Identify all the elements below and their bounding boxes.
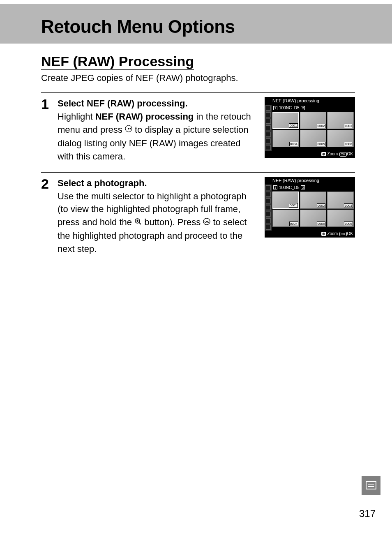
step-2: 2 Select a photograph. Use the multi sel… [41, 177, 355, 256]
thumb-num: 0003 [344, 124, 353, 128]
lcd-footer: ⊕ZoomOKOK [265, 231, 355, 237]
step-number: 2 [41, 177, 53, 191]
thumb-num: 0005 [317, 222, 326, 226]
thumbnail: 0001 [272, 192, 299, 209]
magnify-plus-icon [134, 216, 142, 229]
thumbnail: 0005 [300, 210, 327, 227]
step2-head: Select a photograph. [58, 178, 147, 188]
thumbnail: 0003 [327, 112, 354, 129]
lcd-folder-row: 1 100NC_D5 2 [272, 105, 355, 111]
lcd-footer: ⊕ZoomOKOK [265, 151, 355, 157]
thumbnail: 0004 [272, 210, 299, 227]
lcd-preview-1: NEF (RAW) processing 1 100 [265, 97, 355, 158]
thumbnail: 0005 [300, 130, 327, 147]
step-text: Select NEF (RAW) processing. Highlight N… [58, 97, 259, 163]
step1-body-prefix: Highlight [58, 111, 95, 122]
step-head-prefix: Select [58, 98, 87, 108]
camera-icon [266, 112, 271, 117]
pencil-icon [266, 205, 271, 210]
content-area: NEF (RAW) Processing Create JPEG copies … [0, 44, 392, 256]
play-icon [266, 106, 271, 111]
step2-body-b: button). Press [142, 217, 203, 227]
thumb-num: 0006 [344, 142, 353, 146]
ok-label: OK [347, 152, 353, 156]
divider [41, 172, 355, 173]
thumbnail: 0002 [300, 112, 327, 129]
thumbnail: 0006 [327, 130, 354, 147]
ok-pill-icon: OK [339, 232, 347, 236]
thumbnail: 0003 [327, 192, 354, 209]
wrench-icon [266, 132, 271, 137]
card-slot-1-icon: 1 [273, 106, 277, 110]
thumbnail: 0001 [272, 112, 299, 129]
wrench-icon [266, 212, 271, 217]
svg-point-1 [128, 128, 129, 129]
thumb-num: 0006 [344, 222, 353, 226]
thumb-num: 0002 [317, 203, 326, 208]
thumb-num: 0002 [317, 124, 326, 128]
thumb-num: 0005 [317, 142, 326, 146]
thumbnail: 0004 [272, 130, 299, 147]
zoom-label: Zoom [327, 152, 338, 156]
thumbnail-grid: 0001 0002 0003 0004 0005 0006 [272, 191, 355, 228]
play-icon [266, 185, 271, 190]
step-number: 1 [41, 97, 53, 111]
thumb-num: 0003 [344, 203, 353, 208]
lcd-title: NEF (RAW) processing [265, 97, 355, 105]
lcd-preview-2: NEF (RAW) processing 1 100 [265, 177, 355, 238]
mymenu-icon [266, 145, 271, 150]
lcd-title: NEF (RAW) processing [265, 177, 355, 185]
camera-icon [266, 192, 271, 197]
step1-body-bold: NEF (RAW) processing [95, 111, 194, 122]
thumbnail-grid: 0001 0002 0003 0004 0005 0006 [272, 111, 355, 148]
card-slot-2-icon: 2 [301, 106, 305, 110]
retouch-icon [266, 218, 271, 223]
thumbnail: 0006 [327, 210, 354, 227]
lcd-sidebar [265, 105, 272, 151]
lcd-folder-name: 100NC_D5 [279, 185, 299, 190]
zoom-icon: ⊕ [321, 152, 326, 156]
multi-selector-right-icon [125, 123, 132, 136]
lcd-sidebar [265, 185, 272, 231]
step-head-bold: NEF (RAW) processing. [87, 98, 188, 108]
title-bar: Retouch Menu Options [0, 4, 392, 44]
lcd-folder-name: 100NC_D5 [279, 106, 299, 110]
divider [41, 92, 355, 93]
svg-text:OK: OK [205, 220, 210, 224]
card-slot-2-icon: 2 [301, 185, 305, 189]
page-title: Retouch Menu Options [41, 16, 392, 37]
step-1: 1 Select NEF (RAW) processing. Highlight… [41, 97, 355, 163]
lcd-folder-row: 1 100NC_D5 2 [272, 185, 355, 191]
page-number: 317 [359, 508, 376, 519]
thumb-num: 0004 [289, 222, 298, 226]
thumb-num: 0004 [289, 142, 298, 146]
ok-pill-icon: OK [339, 152, 347, 157]
retouch-icon [266, 138, 271, 143]
mymenu-icon [266, 225, 271, 230]
card-slot-1-icon: 1 [273, 185, 277, 189]
ok-button-icon: OK [203, 216, 210, 229]
film-icon [266, 119, 271, 124]
retouch-tab-icon [362, 476, 380, 495]
pencil-icon [266, 125, 271, 130]
section-intro: Create JPEG copies of NEF (RAW) photogra… [41, 73, 355, 83]
zoom-label: Zoom [327, 231, 338, 236]
svg-line-3 [139, 222, 141, 224]
thumbnail: 0002 [300, 192, 327, 209]
section-heading: NEF (RAW) Processing [41, 53, 194, 70]
thumb-num: 0001 [289, 123, 298, 128]
thumb-num: 0001 [289, 203, 298, 208]
film-icon [266, 198, 271, 203]
step-text: Select a photograph. Use the multi selec… [58, 177, 259, 256]
ok-label: OK [347, 231, 353, 236]
zoom-icon: ⊕ [321, 232, 326, 236]
